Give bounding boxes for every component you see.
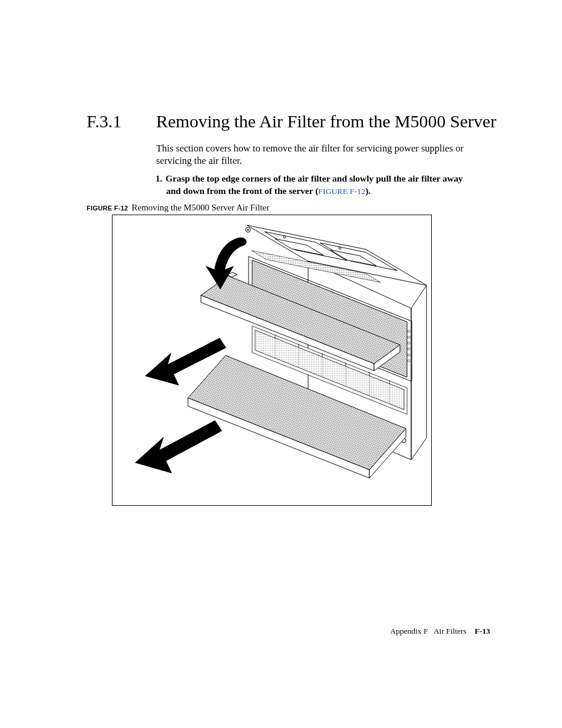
- arrow-left-bottom-icon: [135, 420, 222, 473]
- svg-point-8: [408, 342, 410, 344]
- step-number: 1.: [156, 173, 166, 185]
- svg-point-11: [408, 360, 410, 362]
- page: F.3.1 Removing the Air Filter from the M…: [0, 0, 562, 728]
- section-number: F.3.1: [87, 111, 121, 131]
- step-text-line1: Grasp the top edge corners of the air fi…: [166, 173, 463, 183]
- step-text-line2a: and down from the front of the server (: [166, 186, 318, 196]
- footer-appendix: Appendix F: [390, 627, 428, 635]
- svg-point-6: [408, 330, 410, 332]
- svg-point-9: [408, 348, 410, 350]
- footer-page-number: F-13: [475, 627, 490, 635]
- svg-point-5: [339, 247, 341, 249]
- figure-reference-link[interactable]: FIGURE F-12: [318, 187, 365, 196]
- figure-label-prefix: FIGURE F-12: [87, 205, 128, 212]
- svg-point-7: [408, 336, 410, 338]
- figure-label: FIGURE F-12Removing the M5000 Server Air…: [87, 203, 269, 213]
- svg-point-4: [283, 236, 286, 238]
- svg-point-14: [247, 229, 249, 231]
- footer-chapter: Air Filters: [434, 627, 467, 635]
- step-text-line2b: ).: [365, 186, 371, 196]
- figure-caption: Removing the M5000 Server Air Filter: [132, 203, 270, 212]
- section-title: Removing the Air Filter from the M5000 S…: [156, 111, 496, 131]
- step-1: 1.Grasp the top edge corners of the air …: [156, 173, 486, 197]
- intro-paragraph: This section covers how to remove the ai…: [156, 142, 483, 167]
- server-air-filter-diagram: [113, 215, 431, 505]
- svg-point-10: [408, 354, 410, 356]
- figure-illustration: [112, 215, 432, 506]
